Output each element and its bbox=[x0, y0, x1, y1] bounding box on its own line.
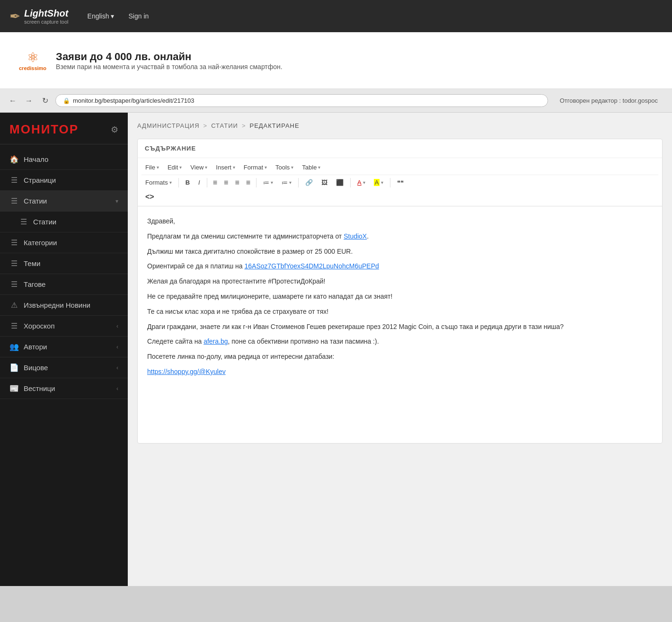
editor-toolbar: File ▾ Edit ▾ View ▾ Insert ▾ bbox=[138, 158, 662, 206]
feather-icon: ✒ bbox=[9, 9, 20, 24]
view-menu-button[interactable]: View ▾ bbox=[186, 162, 211, 173]
toolbar-separator bbox=[390, 178, 390, 187]
font-color-button[interactable]: A ▾ bbox=[354, 177, 369, 188]
arrow-left-icon: ‹ bbox=[116, 344, 118, 350]
editor-section-title: СЪДЪРЖАНИЕ bbox=[138, 139, 662, 158]
file-menu-button[interactable]: File ▾ bbox=[141, 162, 163, 173]
insert-menu-button[interactable]: Insert ▾ bbox=[212, 162, 239, 173]
sidebar-item-label: Теми bbox=[24, 259, 40, 267]
editor-content-area[interactable]: Здравей, Предлагам ти да смениш системни… bbox=[138, 206, 662, 443]
ordered-list-button[interactable]: ≔▾ bbox=[278, 177, 295, 188]
crypto-address-link[interactable]: 16ASoz7GTbfYoexS4DM2LpuNohcM6uPEPd bbox=[245, 262, 379, 270]
lightshot-text: LightShot screen capture tool bbox=[24, 8, 69, 25]
italic-button[interactable]: I bbox=[195, 177, 204, 188]
arrow-left-icon: ‹ bbox=[116, 323, 118, 329]
signin-button[interactable]: Sign in bbox=[128, 12, 149, 20]
lightshot-subtitle: screen capture tool bbox=[24, 19, 69, 25]
blockquote-button[interactable]: ❝❝ bbox=[393, 177, 407, 188]
editor-wrapper: Здравей, Предлагам ти да смениш системни… bbox=[138, 206, 662, 443]
breadcrumb-admin[interactable]: АДМИНИСТРАЦИЯ bbox=[137, 122, 200, 129]
format-menu-button[interactable]: Format ▾ bbox=[240, 162, 271, 173]
breadcrumb-current: РЕДАКТИРАНЕ bbox=[249, 122, 299, 129]
back-button[interactable]: ← bbox=[7, 95, 18, 107]
refresh-button[interactable]: ↻ bbox=[39, 95, 51, 107]
formats-chevron: ▾ bbox=[169, 180, 172, 185]
english-language-btn[interactable]: English ▾ bbox=[88, 12, 115, 20]
forward-button[interactable]: → bbox=[23, 95, 35, 107]
sidebar-item-newspapers[interactable]: 📰 Вестници ‹ bbox=[0, 378, 128, 399]
sidebar-item-themes[interactable]: ☰ Теми bbox=[0, 253, 128, 274]
align-right-button[interactable]: ≡ bbox=[232, 178, 242, 188]
sidebar-item-tags[interactable]: ☰ Тагове bbox=[0, 274, 128, 295]
sidebar-item-horoscope[interactable]: ☰ Хороскоп ‹ bbox=[0, 316, 128, 337]
sidebar-item-pages[interactable]: ☰ Страници bbox=[0, 170, 128, 191]
sidebar-item-categories[interactable]: ☰ Категории bbox=[0, 232, 128, 253]
edit-menu-button[interactable]: Edit ▾ bbox=[164, 162, 186, 173]
lightshot-title: LightShot bbox=[24, 8, 69, 19]
table-menu-button[interactable]: Table ▾ bbox=[298, 162, 324, 173]
credissimo-brand: credissimo bbox=[19, 65, 46, 71]
monitor-logo: МОНИТОР bbox=[9, 122, 79, 137]
bold-button[interactable]: B bbox=[182, 177, 194, 188]
sidebar-item-label: Вестници bbox=[24, 384, 55, 392]
toolbar-row-formatting: Formats ▾ B I ≡ ≡ ≡ ≡ ≔▾ bbox=[141, 175, 658, 190]
articles-icon: ☰ bbox=[9, 196, 19, 205]
toolbar-separator bbox=[178, 178, 179, 187]
code-view-button[interactable]: <> bbox=[141, 191, 158, 203]
responsible-editor-text: Отговорен редактор : todor.gospoc bbox=[553, 97, 665, 104]
align-left-button[interactable]: ≡ bbox=[210, 178, 220, 188]
sidebar-item-authors[interactable]: 👥 Автори ‹ bbox=[0, 337, 128, 357]
tags-icon: ☰ bbox=[9, 280, 19, 289]
link-button[interactable]: 🔗 bbox=[301, 177, 317, 188]
content-line-1: Здравей, bbox=[147, 216, 653, 227]
sidebar: МОНИТОР ⚙ 🏠 Начало ☰ Страници ☰ bbox=[0, 113, 128, 586]
tools-menu-button[interactable]: Tools ▾ bbox=[272, 162, 297, 173]
lightshot-nav: English ▾ Sign in bbox=[88, 12, 149, 20]
main-layout: МОНИТОР ⚙ 🏠 Начало ☰ Страници ☰ bbox=[0, 113, 672, 586]
sidebar-item-label: Статии bbox=[33, 218, 56, 226]
content-line-2: Предлагам ти да смениш системните ти адм… bbox=[147, 231, 653, 242]
sidebar-item-label: Автори bbox=[24, 343, 47, 351]
chevron-down-icon: ▾ bbox=[115, 198, 118, 204]
content-line-8: Драги граждани, знаете ли как г-н Иван С… bbox=[147, 321, 653, 333]
sidebar-item-articles[interactable]: ☰ Статии ▾ bbox=[0, 191, 128, 212]
image-button[interactable]: 🖼 bbox=[318, 177, 331, 188]
sidebar-item-label: Хороскоп bbox=[24, 322, 55, 330]
editor-section: СЪДЪРЖАНИЕ File ▾ Edit ▾ View ▾ bbox=[137, 139, 663, 444]
sidebar-item-label: Статии bbox=[24, 197, 47, 205]
jokes-icon: 📄 bbox=[9, 363, 19, 372]
credissimo-logo: ⚛ credissimo bbox=[19, 50, 46, 71]
toolbar-row-code: <> bbox=[141, 190, 658, 204]
sidebar-item-home[interactable]: 🏠 Начало bbox=[0, 149, 128, 170]
content-line-10: Посетете линка по-долу, има редица от ин… bbox=[147, 351, 653, 363]
sidebar-item-articles-sub[interactable]: ☰ Статии bbox=[0, 212, 128, 232]
ad-title: Заяви до 4 000 лв. онлайн bbox=[56, 51, 283, 63]
breadcrumb-sep1: > bbox=[203, 122, 208, 129]
lock-icon: 🔒 bbox=[63, 98, 70, 104]
bullet-list-button[interactable]: ≔▾ bbox=[259, 177, 277, 188]
toolbar-separator bbox=[207, 178, 207, 187]
arrow-left-icon: ‹ bbox=[116, 385, 118, 392]
content-line-7: Те са нисък клас хора и не трябва да се … bbox=[147, 306, 653, 318]
bg-color-button[interactable]: A ▾ bbox=[370, 177, 388, 188]
align-center-button[interactable]: ≡ bbox=[221, 178, 231, 188]
arrow-left-icon: ‹ bbox=[116, 364, 118, 371]
sidebar-item-breaking-news[interactable]: ⚠ Извънредни Новини bbox=[0, 295, 128, 316]
newspapers-icon: 📰 bbox=[9, 384, 19, 393]
pages-icon: ☰ bbox=[9, 176, 19, 185]
settings-icon[interactable]: ⚙ bbox=[111, 124, 118, 135]
studiox-link[interactable]: StudioX bbox=[344, 232, 367, 240]
media-button[interactable]: ⬛ bbox=[332, 177, 347, 188]
align-justify-button[interactable]: ≡ bbox=[243, 178, 253, 188]
content-area: АДМИНИСТРАЦИЯ > СТАТИИ > РЕДАКТИРАНЕ СЪД… bbox=[128, 113, 672, 586]
sidebar-item-jokes[interactable]: 📄 Вицове ‹ bbox=[0, 357, 128, 378]
address-bar[interactable]: 🔒 monitor.bg/bestpaper/bg/articles/edit/… bbox=[55, 94, 548, 107]
formats-dropdown-button[interactable]: Formats ▾ bbox=[141, 177, 176, 188]
warning-icon: ⚠ bbox=[9, 301, 19, 310]
content-line-4: Ориентирай се да я платиш на 16ASoz7GTbf… bbox=[147, 261, 653, 272]
shoppy-link[interactable]: https://shoppy.gg/@Kyulev bbox=[147, 368, 226, 375]
afera-link[interactable]: afera.bg bbox=[203, 338, 228, 345]
breadcrumb-articles[interactable]: СТАТИИ bbox=[211, 122, 238, 129]
url-text: monitor.bg/bestpaper/bg/articles/edit/21… bbox=[73, 97, 195, 104]
toolbar-separator bbox=[350, 178, 351, 187]
